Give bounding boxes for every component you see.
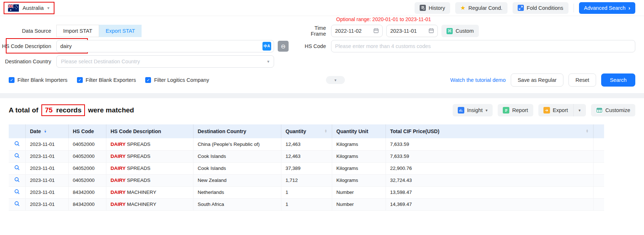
- calendar-icon: [429, 28, 434, 34]
- fold-conditions-button[interactable]: Fold Conditions: [513, 2, 568, 14]
- advanced-search-button[interactable]: Advanced Search ›: [579, 2, 635, 14]
- hs-code-description-input[interactable]: [56, 40, 274, 52]
- magnifier-icon[interactable]: [14, 201, 20, 207]
- country-selector[interactable]: Australia ▾: [4, 2, 54, 14]
- reset-button[interactable]: Reset: [568, 73, 596, 87]
- export-button-group: Export ▾: [538, 104, 586, 116]
- star-icon: ★: [460, 4, 465, 11]
- filter-blank-exporters-checkbox[interactable]: ✓ Filter Blank Exporters: [77, 77, 136, 83]
- filter-logistics-company-checkbox[interactable]: ✓ Filter Logitics Company: [145, 77, 209, 83]
- cell-hs-code: 04052000: [68, 162, 106, 174]
- sort-icon-price[interactable]: ▲▼: [586, 130, 589, 133]
- header-destination-country: Destination Country: [193, 124, 281, 138]
- table-row[interactable]: 2023-11-01 04052000 DAIRY SPREADS Cook I…: [9, 162, 604, 174]
- table-row[interactable]: 2023-11-01 84342000 DAIRY MACHINERY Sout…: [9, 198, 604, 210]
- header-quantity[interactable]: Quantity ▲▼: [281, 124, 332, 138]
- data-source-tabs: Import STAT Export STAT: [56, 25, 142, 37]
- divider: [574, 4, 574, 12]
- collapse-conditions-button[interactable]: ▾: [326, 76, 345, 84]
- report-button[interactable]: Report: [498, 104, 533, 116]
- cell-hs-code: 04052000: [68, 150, 106, 162]
- cell-date: 2023-11-01: [25, 138, 68, 150]
- header-spacer: [593, 124, 604, 138]
- start-date-input[interactable]: 2022-11-02: [331, 25, 383, 37]
- cell-hs-code: 84342000: [68, 198, 106, 210]
- description-rest: MACHINERY: [126, 202, 156, 207]
- sort-icon-date[interactable]: ▲▼: [44, 130, 47, 133]
- keyword-highlight: DAIRY: [111, 142, 126, 147]
- destination-country-select[interactable]: Please select Destination Country ▾: [56, 55, 274, 68]
- cell-hs-code: 84342000: [68, 186, 106, 198]
- custom-range-button[interactable]: ⌘ Custom: [441, 25, 479, 37]
- header-quantity-unit: Quantity Unit: [332, 124, 386, 138]
- cell-price: 22,900.76: [386, 162, 593, 174]
- cell-destination-country: Cook Islands: [193, 162, 281, 174]
- customize-icon: [596, 107, 603, 113]
- magnifier-icon[interactable]: [14, 189, 20, 195]
- translate-icon[interactable]: 中A: [262, 42, 271, 51]
- cell-quantity-unit: Kilograms: [332, 150, 386, 162]
- keyword-highlight: DAIRY: [111, 202, 126, 207]
- cell-date: 2023-11-01: [25, 162, 68, 174]
- cell-destination-country: South Africa: [193, 198, 281, 210]
- description-rest: SPREADS: [126, 142, 150, 147]
- history-icon: [420, 5, 426, 11]
- table-row[interactable]: 2023-11-01 04052000 DAIRY SPREADS Cook I…: [9, 150, 604, 162]
- chevron-down-icon: ▾: [486, 108, 488, 113]
- cell-destination-country: Cook Islands: [193, 150, 281, 162]
- cell-hs-code: 04052000: [68, 174, 106, 186]
- table-header-row: Date ▲▼ HS Code HS Code Description Dest…: [9, 124, 604, 138]
- header-hs-code: HS Code: [68, 124, 106, 138]
- sort-icon-quantity[interactable]: ▲▼: [325, 130, 327, 133]
- customize-button[interactable]: Customize: [591, 104, 636, 116]
- time-frame-label: Time Frame: [301, 25, 331, 37]
- header-date[interactable]: Date ▲▼: [25, 124, 68, 138]
- data-source-label: Data Source: [0, 28, 56, 34]
- record-count: 75: [45, 106, 53, 114]
- cell-price: 7,633.59: [386, 150, 593, 162]
- hs-code-input[interactable]: [331, 40, 635, 52]
- checkbox-checked-icon: ✓: [77, 77, 83, 83]
- magnifier-icon[interactable]: [14, 153, 20, 159]
- search-button[interactable]: Search: [601, 73, 635, 87]
- insight-button[interactable]: Insight ▾: [453, 104, 493, 116]
- keyword-highlight: DAIRY: [111, 154, 126, 159]
- cell-quantity-unit: Number: [332, 198, 386, 210]
- cell-quantity-unit: Number: [332, 186, 386, 198]
- table-row[interactable]: 2023-11-01 04052000 DAIRY SPREADS New Ze…: [9, 174, 604, 186]
- magnifier-icon[interactable]: [14, 141, 20, 147]
- magnifier-icon[interactable]: [14, 177, 20, 183]
- destination-country-label: Destination Country: [0, 59, 56, 64]
- optional-range-note: Optional range: 2020-01-01 to 2023-11-01: [336, 16, 431, 22]
- topbar: Australia ▾ History ★ Regular Cond. Fold…: [0, 0, 644, 16]
- end-date-input[interactable]: 2023-11-01: [386, 25, 438, 37]
- header-total-cif-price[interactable]: Total CIF Price(USD) ▲▼: [386, 124, 593, 138]
- cell-destination-country: Netherlands: [193, 186, 281, 198]
- history-button[interactable]: History: [415, 2, 450, 14]
- custom-icon: ⌘: [447, 28, 453, 34]
- export-options-caret[interactable]: ▾: [574, 104, 586, 116]
- australia-flag-icon: [8, 4, 19, 12]
- filter-blank-importers-checkbox[interactable]: ✓ Filter Blank Importers: [9, 77, 68, 83]
- exact-match-toggle[interactable]: ⊖: [278, 41, 289, 52]
- table-row[interactable]: 2023-11-01 04052000 DAIRY SPREADS China …: [9, 138, 604, 150]
- cell-quantity: 1: [281, 186, 332, 198]
- checkbox-checked-icon: ✓: [145, 77, 151, 83]
- cell-hs-code: 04052000: [68, 138, 106, 150]
- cell-description: DAIRY SPREADS: [106, 162, 193, 174]
- table-row[interactable]: 2023-11-01 84342000 DAIRY MACHINERY Neth…: [9, 186, 604, 198]
- tab-import-stat[interactable]: Import STAT: [56, 25, 99, 37]
- cell-quantity: 37,389: [281, 162, 332, 174]
- cell-description: DAIRY MACHINERY: [106, 186, 193, 198]
- cell-description: DAIRY SPREADS: [106, 138, 193, 150]
- chevron-down-icon: ▾: [267, 59, 269, 64]
- cell-price: 7,633.59: [386, 138, 593, 150]
- tab-export-stat[interactable]: Export STAT: [99, 25, 142, 37]
- search-form: Data Source Import STAT Export STAT Opti…: [0, 16, 644, 87]
- tutorial-demo-link[interactable]: Watch the tutorial demo: [450, 77, 506, 83]
- regular-cond-button[interactable]: ★ Regular Cond.: [455, 2, 508, 14]
- save-as-regular-button[interactable]: Save as Regular: [511, 73, 563, 87]
- hs-code-label: HS Code: [301, 43, 331, 49]
- export-button[interactable]: Export: [538, 104, 574, 116]
- magnifier-icon[interactable]: [14, 165, 20, 171]
